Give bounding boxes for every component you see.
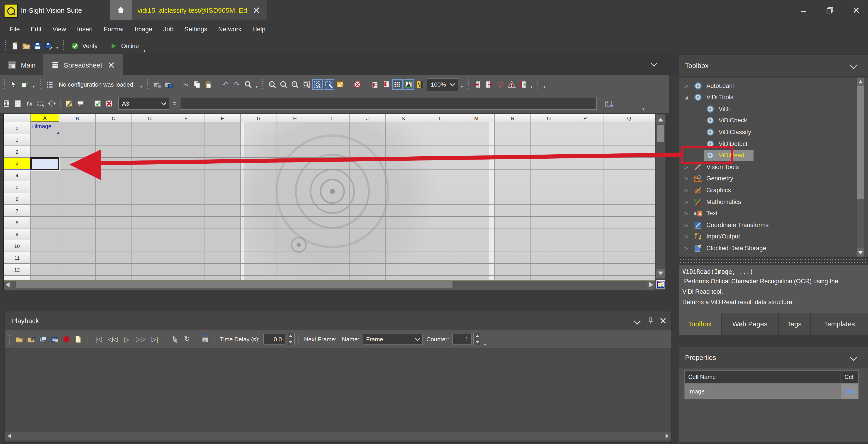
zoom-fit-icon[interactable]: [313, 80, 322, 89]
cell-N12[interactable]: [495, 264, 531, 276]
expand-icon[interactable]: ▷: [685, 211, 688, 216]
import-cells-icon[interactable]: [473, 80, 483, 89]
panel-splitter[interactable]: [679, 259, 868, 265]
cell-P11[interactable]: [567, 252, 603, 264]
toolbox-item-vidiclassify[interactable]: ViDiClassify: [679, 126, 868, 138]
cell-G5[interactable]: [241, 181, 277, 193]
toolbox-item-input-output[interactable]: ▷Input/Output: [679, 231, 868, 243]
cell-I13[interactable]: [313, 276, 349, 280]
open-job-icon[interactable]: [21, 41, 31, 51]
toolbox-item-vididetect[interactable]: ViDiDetect: [679, 138, 868, 150]
cell-D9[interactable]: [132, 228, 168, 240]
cell-E4[interactable]: [168, 169, 205, 181]
cell-N3[interactable]: [495, 158, 531, 169]
cell-C3[interactable]: [96, 158, 132, 169]
cell-Q6[interactable]: [603, 193, 655, 205]
cell-J10[interactable]: [349, 240, 386, 252]
cell-P5[interactable]: [567, 181, 603, 193]
cell-G6[interactable]: [241, 193, 277, 205]
cell-Q13[interactable]: [603, 276, 655, 280]
cell-K1[interactable]: [386, 134, 422, 146]
playback-header[interactable]: Playback: [5, 311, 672, 330]
cell-D5[interactable]: [132, 181, 168, 193]
new-document-icon[interactable]: [10, 41, 20, 51]
cell-E13[interactable]: [168, 276, 205, 280]
cell-O2[interactable]: [531, 146, 567, 158]
cell-Q12[interactable]: [603, 264, 655, 276]
copy-icon[interactable]: [192, 80, 202, 89]
cell-H1[interactable]: [277, 134, 313, 146]
cell-G7[interactable]: [241, 205, 277, 217]
cell-F10[interactable]: [205, 240, 241, 252]
cell-B13[interactable]: [59, 276, 96, 280]
cell-B11[interactable]: [59, 252, 96, 264]
cell-J13[interactable]: [349, 276, 386, 280]
find-icon[interactable]: [243, 80, 253, 89]
cell-B1[interactable]: [59, 134, 96, 146]
cell-N0[interactable]: [495, 122, 531, 134]
go-first-icon[interactable]: |◁: [94, 334, 103, 344]
cell-I3[interactable]: [313, 158, 349, 169]
chevron-down-icon[interactable]: [850, 354, 857, 361]
cell-K7[interactable]: [386, 205, 422, 217]
cell-H8[interactable]: [277, 217, 313, 228]
cell-B5[interactable]: [59, 181, 96, 193]
horizontal-scroll-thumb[interactable]: [16, 281, 453, 288]
insert-function-icon[interactable]: ƒx: [25, 99, 34, 108]
cell-O4[interactable]: [531, 169, 567, 181]
cell-M13[interactable]: [458, 276, 495, 280]
cell-C2[interactable]: [96, 146, 132, 158]
row-header-0[interactable]: 0: [4, 122, 31, 134]
playback-scrollbar[interactable]: [5, 432, 672, 440]
dropdown-chevron-icon[interactable]: ▾: [33, 84, 35, 89]
cell-Q11[interactable]: [603, 252, 655, 264]
toolbox-item-vidi[interactable]: ViDi: [679, 103, 868, 115]
accept-icon[interactable]: [93, 99, 102, 108]
cell-O3[interactable]: [531, 158, 567, 169]
column-header-J[interactable]: J: [349, 114, 386, 122]
rewind-icon[interactable]: ◁◁: [108, 334, 117, 344]
cell-C0[interactable]: [96, 122, 132, 134]
toolbox-item-geometry[interactable]: ▷Geometry: [679, 173, 868, 185]
row-header-10[interactable]: 10: [4, 240, 31, 252]
cell-D10[interactable]: [132, 240, 168, 252]
cell-A5[interactable]: [31, 181, 59, 193]
color-data-icon[interactable]: [415, 80, 425, 89]
delete-image-icon[interactable]: [353, 80, 363, 89]
paste-icon[interactable]: [203, 80, 213, 89]
cell-B4[interactable]: [59, 169, 96, 181]
cell-D6[interactable]: [132, 193, 168, 205]
select-region-icon[interactable]: [36, 99, 45, 108]
column-header-L[interactable]: L: [422, 114, 458, 122]
cell-N2[interactable]: [495, 146, 531, 158]
cell-M11[interactable]: [458, 252, 495, 264]
zoom-region-icon[interactable]: [324, 80, 334, 89]
cell-A2[interactable]: [31, 146, 59, 158]
cell-G9[interactable]: [241, 228, 277, 240]
toolbox-item-clocked-data-storage[interactable]: ▷Clocked Data Storage: [679, 242, 868, 254]
dropdown-chevron-icon[interactable]: ▾: [484, 342, 486, 347]
cell-A12[interactable]: [31, 264, 59, 276]
expand-icon[interactable]: ▷: [685, 176, 688, 181]
dropdown-chevron-icon[interactable]: ▾: [255, 84, 257, 89]
cut-icon[interactable]: ✂: [181, 80, 190, 89]
record-icon[interactable]: [62, 334, 71, 344]
row-header-3[interactable]: 3: [4, 158, 31, 169]
cell-C8[interactable]: [96, 217, 132, 228]
row-header-13[interactable]: 13: [4, 276, 31, 280]
menu-help[interactable]: Help: [247, 21, 271, 37]
cell-F3[interactable]: [205, 158, 241, 169]
cell-C5[interactable]: [96, 181, 132, 193]
scroll-left-icon[interactable]: [6, 433, 13, 439]
toolbox-item-graphics[interactable]: ▷Graphics: [679, 184, 868, 196]
collapse-icon[interactable]: ◢: [685, 95, 688, 100]
menu-network[interactable]: Network: [213, 21, 246, 37]
cell-L8[interactable]: [422, 217, 458, 228]
cell-E11[interactable]: [168, 252, 205, 264]
cell-J9[interactable]: [349, 228, 386, 240]
cell-M2[interactable]: [458, 146, 495, 158]
cell-A9[interactable]: [31, 228, 59, 240]
menu-view[interactable]: View: [48, 21, 71, 37]
row-header-8[interactable]: 8: [4, 217, 31, 228]
zoom-level-select[interactable]: 100%: [427, 78, 458, 91]
